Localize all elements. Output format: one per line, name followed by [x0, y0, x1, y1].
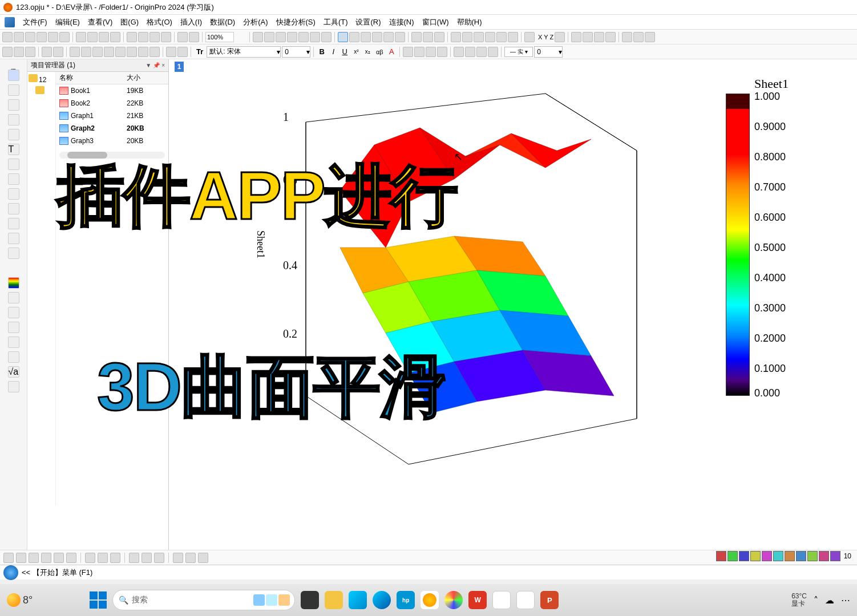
theme-1-icon[interactable] — [70, 47, 80, 57]
new-matrix-icon[interactable] — [37, 32, 47, 42]
fill-color-icon[interactable] — [414, 47, 425, 57]
bt-heatmap-icon[interactable] — [142, 553, 152, 563]
more-icon[interactable]: ⋯ — [841, 595, 850, 606]
save-icon[interactable] — [110, 32, 120, 42]
br-11-icon[interactable] — [830, 551, 840, 561]
sqrt-icon[interactable]: √a — [8, 366, 19, 378]
reflect-h-icon[interactable] — [622, 32, 632, 42]
paint-icon[interactable] — [2, 47, 13, 57]
cloud-icon[interactable]: ☁ — [825, 595, 834, 606]
greek-button[interactable]: αβ — [374, 48, 385, 55]
theme-7-icon[interactable] — [138, 47, 148, 57]
chart-3d-icon[interactable] — [485, 32, 495, 42]
br-1-icon[interactable] — [716, 551, 726, 561]
menu-data[interactable]: 数据(D) — [208, 16, 237, 29]
export-icon[interactable] — [161, 32, 171, 42]
origin-icon[interactable] — [5, 17, 15, 27]
chart-contour-icon[interactable] — [508, 32, 518, 42]
list-item[interactable]: Book1 19KB — [56, 84, 168, 97]
cursor-tool-icon[interactable] — [8, 129, 19, 140]
edge-icon[interactable] — [373, 591, 391, 609]
menu-connectivity[interactable]: 连接(N) — [387, 16, 417, 29]
bt-pie-icon[interactable] — [85, 553, 95, 563]
bt-contour-icon[interactable] — [129, 553, 139, 563]
br-9-icon[interactable] — [807, 551, 818, 561]
br-10-icon[interactable] — [819, 551, 829, 561]
rescale-icon[interactable] — [411, 32, 422, 42]
bt-linescatter-icon[interactable] — [29, 553, 39, 563]
bt-ternary-icon[interactable] — [198, 553, 208, 563]
layout-icon[interactable] — [298, 32, 309, 42]
br-5-icon[interactable] — [762, 551, 772, 561]
col-name-header[interactable]: 名称 — [56, 72, 124, 84]
font-color-button[interactable]: A — [386, 47, 397, 56]
br-2-icon[interactable] — [727, 551, 738, 561]
menu-graph[interactable]: 图(G) — [118, 16, 141, 29]
superscript-button[interactable]: x² — [351, 48, 361, 55]
explorer-icon[interactable] — [325, 591, 343, 609]
chart-bar-icon[interactable] — [451, 32, 461, 42]
mask-tool-icon[interactable] — [8, 218, 19, 229]
menu-help[interactable]: 帮助(H) — [455, 16, 484, 29]
horizontal-scrollbar[interactable] — [59, 152, 165, 159]
recalc-icon[interactable] — [177, 32, 188, 42]
wps-icon[interactable]: W — [468, 591, 487, 609]
graph-window[interactable]: 1 — [169, 59, 857, 550]
start-button[interactable] — [90, 591, 107, 609]
bt-3dsurf-icon[interactable] — [110, 553, 120, 563]
theme-2-icon[interactable] — [81, 47, 91, 57]
line-tool-icon[interactable] — [8, 173, 19, 185]
layer-indicator[interactable]: 1 — [175, 62, 184, 72]
font-size-dropdown[interactable]: 0▾ — [282, 46, 310, 58]
theme-4-icon[interactable] — [104, 47, 114, 57]
misc-3-icon[interactable] — [8, 351, 19, 363]
menu-format[interactable]: 格式(O) — [144, 16, 175, 29]
grid-tool-icon[interactable] — [8, 307, 19, 318]
pointer-icon[interactable] — [8, 70, 19, 81]
bg-color-icon[interactable] — [426, 47, 436, 57]
store-icon[interactable] — [349, 591, 367, 609]
chart-surface-icon[interactable] — [496, 32, 507, 42]
line-style-dropdown[interactable]: — 实 ▾ — [504, 47, 533, 57]
bt-column-icon[interactable] — [41, 553, 51, 563]
taskview-icon[interactable] — [301, 591, 319, 609]
rect-tool-icon[interactable] — [8, 188, 19, 200]
chrome-icon[interactable] — [444, 591, 463, 609]
br-8-icon[interactable] — [796, 551, 806, 561]
list-item[interactable]: Graph1 21KB — [56, 110, 168, 122]
pick-1-icon[interactable] — [42, 47, 52, 57]
menu-gadgets[interactable]: 快捷分析(S) — [274, 16, 318, 29]
rotate-tool-icon[interactable] — [8, 248, 19, 259]
subscript-button[interactable]: x₂ — [362, 48, 373, 55]
arrow-right-icon[interactable] — [583, 32, 593, 42]
theme-5-icon[interactable] — [115, 47, 126, 57]
menu-tools[interactable]: 工具(T) — [321, 16, 350, 29]
chevron-up-icon[interactable]: ˄ — [814, 595, 818, 606]
br-6-icon[interactable] — [773, 551, 783, 561]
bt-bar-icon[interactable] — [54, 553, 64, 563]
bt-3dbar-icon[interactable] — [98, 553, 108, 563]
arrow-up-icon[interactable] — [594, 32, 604, 42]
open-icon[interactable] — [76, 32, 86, 42]
bold-button[interactable]: B — [317, 47, 327, 56]
bt-scatter-icon[interactable] — [16, 553, 26, 563]
new-layout-icon[interactable] — [48, 32, 58, 42]
zoom-tool-icon[interactable] — [8, 84, 19, 96]
align-icon[interactable] — [166, 47, 176, 57]
underline-button[interactable]: U — [339, 47, 350, 56]
paste-format-icon[interactable] — [25, 47, 35, 57]
new-graph-icon[interactable] — [25, 32, 35, 42]
search-box[interactable]: 🔍 搜索 — [112, 590, 295, 610]
new-project-icon[interactable] — [2, 32, 13, 42]
line-width-dropdown[interactable]: 0▾ — [534, 46, 563, 58]
italic-button[interactable]: I — [328, 47, 338, 56]
new-notes-icon[interactable] — [59, 32, 70, 42]
folder-tree[interactable]: 12 — [27, 72, 56, 505]
pick-2-icon[interactable] — [53, 47, 63, 57]
print-preview-icon[interactable] — [264, 32, 274, 42]
br-3-icon[interactable] — [739, 551, 749, 561]
theme-3-icon[interactable] — [92, 47, 103, 57]
batch-icon[interactable] — [138, 32, 148, 42]
text-tool-icon[interactable]: T — [8, 144, 19, 155]
br-7-icon[interactable] — [785, 551, 795, 561]
